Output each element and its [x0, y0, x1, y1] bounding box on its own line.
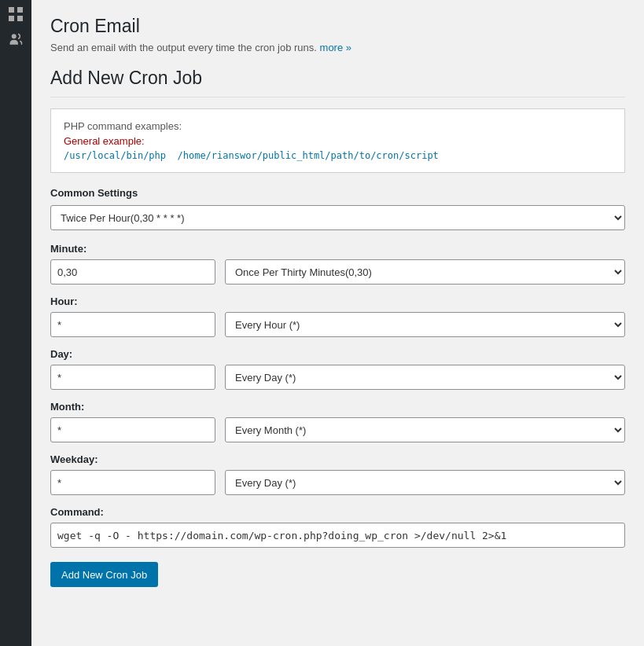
- month-label: Month:: [50, 401, 625, 413]
- sidebar: [0, 0, 31, 646]
- day-label: Day:: [50, 348, 625, 360]
- svg-point-4: [12, 34, 17, 39]
- hour-label: Hour:: [50, 295, 625, 307]
- svg-rect-3: [17, 16, 23, 21]
- weekday-field-group: Weekday: Every Day (*) Sunday (0) Monday…: [50, 453, 625, 495]
- command-field-group: Command:: [50, 506, 625, 548]
- more-link[interactable]: more »: [320, 42, 351, 53]
- page-title: Cron Email: [50, 16, 625, 37]
- month-select[interactable]: Every Month (*) January (1) February (2)…: [225, 417, 625, 442]
- weekday-row: Every Day (*) Sunday (0) Monday (1) Tues…: [50, 470, 625, 495]
- minute-label: Minute:: [50, 243, 625, 255]
- minute-input[interactable]: [50, 259, 215, 284]
- cron-form: Common Settings Twice Per Hour(0,30 * * …: [50, 187, 625, 587]
- section-title: Add New Cron Job: [50, 68, 625, 97]
- common-settings-select[interactable]: Twice Per Hour(0,30 * * * *) Once Per Ho…: [50, 205, 625, 230]
- php-example-part2: /home/rianswor/public_html/path/to/cron/…: [178, 150, 439, 161]
- weekday-input[interactable]: [50, 470, 215, 495]
- minute-field-group: Minute: Once Per Thirty Minutes(0,30) Ev…: [50, 243, 625, 284]
- day-select[interactable]: Every Day (*) 1st of Month (1) 15th of M…: [225, 365, 625, 390]
- users-icon[interactable]: [8, 31, 24, 47]
- svg-rect-0: [9, 7, 14, 13]
- month-input[interactable]: [50, 417, 215, 442]
- php-label: PHP command examples:: [64, 120, 612, 132]
- svg-rect-2: [9, 16, 14, 21]
- grid-icon[interactable]: [8, 6, 24, 22]
- day-input[interactable]: [50, 365, 215, 390]
- hour-select[interactable]: Every Hour (*) Every Two Hours (*/2) Eve…: [225, 312, 625, 337]
- month-field-group: Month: Every Month (*) January (1) Febru…: [50, 401, 625, 442]
- command-label: Command:: [50, 506, 625, 518]
- month-row: Every Month (*) January (1) February (2)…: [50, 417, 625, 442]
- php-examples-card: PHP command examples: General example: /…: [50, 108, 625, 173]
- php-example: /usr/local/bin/php /home/rianswor/public…: [64, 150, 612, 161]
- weekday-label: Weekday:: [50, 453, 625, 465]
- hour-row: Every Hour (*) Every Two Hours (*/2) Eve…: [50, 312, 625, 337]
- main-content: Cron Email Send an email with the output…: [31, 0, 644, 646]
- subtitle-text: Send an email with the output every time…: [50, 42, 317, 53]
- hour-input[interactable]: [50, 312, 215, 337]
- day-row: Every Day (*) 1st of Month (1) 15th of M…: [50, 365, 625, 390]
- common-settings-label: Common Settings: [50, 187, 625, 199]
- command-input[interactable]: [50, 523, 625, 548]
- svg-rect-1: [17, 7, 23, 13]
- common-settings-select-wrapper: Twice Per Hour(0,30 * * * *) Once Per Ho…: [50, 205, 625, 230]
- page-subtitle: Send an email with the output every time…: [50, 42, 625, 53]
- php-example-part1: /usr/local/bin/php: [64, 150, 166, 161]
- general-label: General example:: [64, 135, 612, 147]
- hour-field-group: Hour: Every Hour (*) Every Two Hours (*/…: [50, 295, 625, 337]
- weekday-select[interactable]: Every Day (*) Sunday (0) Monday (1) Tues…: [225, 470, 625, 495]
- minute-select[interactable]: Once Per Thirty Minutes(0,30) Every Minu…: [225, 259, 625, 284]
- add-cron-job-button[interactable]: Add New Cron Job: [50, 562, 158, 587]
- day-field-group: Day: Every Day (*) 1st of Month (1) 15th…: [50, 348, 625, 390]
- minute-row: Once Per Thirty Minutes(0,30) Every Minu…: [50, 259, 625, 284]
